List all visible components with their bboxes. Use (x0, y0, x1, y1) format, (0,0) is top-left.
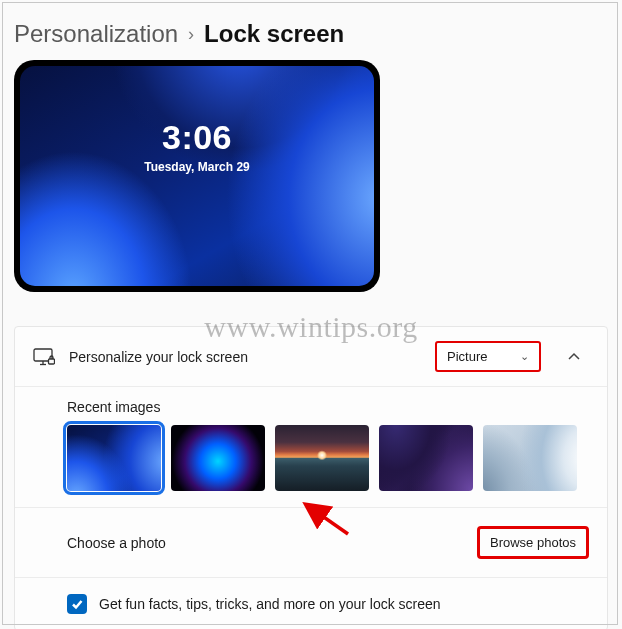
browse-photos-button[interactable]: Browse photos (477, 526, 589, 559)
recent-image-thumb[interactable] (67, 425, 161, 491)
dropdown-value: Picture (447, 349, 487, 364)
choose-photo-label: Choose a photo (67, 535, 477, 551)
recent-images-list (67, 425, 589, 491)
settings-card: Personalize your lock screen Picture ⌄ R… (14, 326, 608, 629)
breadcrumb-current: Lock screen (204, 20, 344, 48)
recent-image-thumb[interactable] (275, 425, 369, 491)
svg-rect-3 (49, 359, 55, 364)
lock-screen-preview[interactable]: 3:06 Tuesday, March 29 (14, 60, 380, 292)
recent-images-title: Recent images (67, 399, 589, 415)
personalize-dropdown[interactable]: Picture ⌄ (435, 341, 541, 372)
breadcrumb-parent[interactable]: Personalization (14, 20, 178, 48)
preview-date: Tuesday, March 29 (20, 160, 374, 174)
recent-images-section: Recent images (15, 387, 607, 508)
choose-photo-row: Choose a photo Browse photos (15, 508, 607, 578)
recent-image-thumb[interactable] (379, 425, 473, 491)
recent-image-thumb[interactable] (483, 425, 577, 491)
chevron-right-icon: › (188, 24, 194, 45)
collapse-button[interactable] (559, 342, 589, 372)
monitor-lock-icon (33, 348, 55, 366)
chevron-down-icon: ⌄ (520, 350, 529, 363)
fun-facts-checkbox[interactable] (67, 594, 87, 614)
fun-facts-row: Get fun facts, tips, tricks, and more on… (15, 578, 607, 629)
recent-image-thumb[interactable] (171, 425, 265, 491)
personalize-row: Personalize your lock screen Picture ⌄ (15, 327, 607, 387)
preview-time: 3:06 (20, 118, 374, 157)
breadcrumb: Personalization › Lock screen (14, 20, 608, 48)
personalize-label: Personalize your lock screen (69, 349, 421, 365)
fun-facts-label: Get fun facts, tips, tricks, and more on… (99, 596, 441, 612)
